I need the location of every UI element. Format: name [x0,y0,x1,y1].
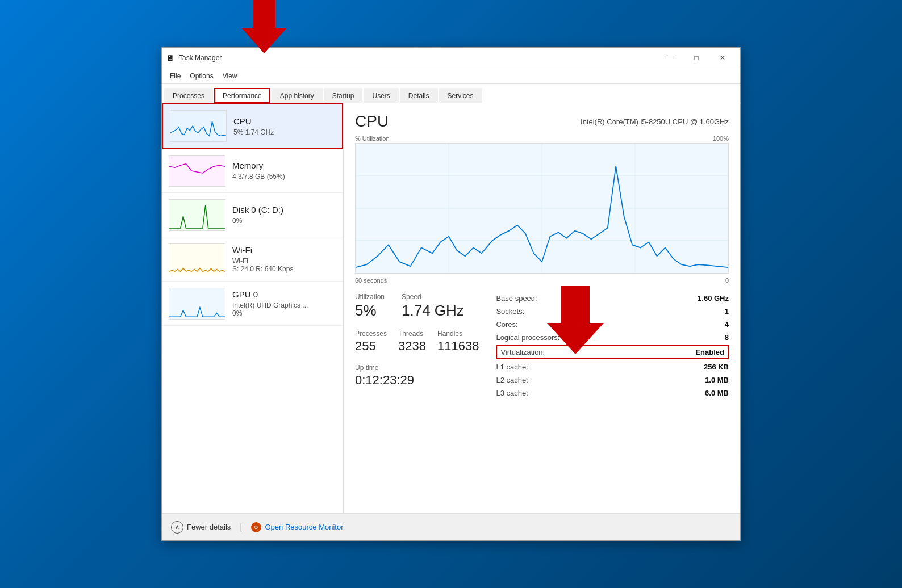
tab-details[interactable]: Details [400,88,438,103]
chevron-up-icon: ∧ [171,521,183,534]
memory-detail: 4.3/7.8 GB (55%) [232,173,336,180]
tabbar: Processes Performance App history Startu… [162,84,740,103]
disk-thumbnail [169,199,226,231]
logical-label: Logical processors: [496,333,559,342]
base-speed-value: 1.60 GHz [698,294,729,303]
gpu-thumbnail [169,288,226,320]
menu-view[interactable]: View [218,70,242,82]
maximize-button[interactable]: □ [683,48,709,68]
tab-services[interactable]: Services [439,88,482,103]
open-resource-monitor-link[interactable]: ⊘ Open Resource Monitor [251,522,343,532]
chart-top-labels: % Utilization 100% [355,135,729,142]
fewer-details-label: Fewer details [187,523,231,531]
wifi-info: Wi-Fi Wi-Fi S: 24.0 R: 640 Kbps [232,245,336,273]
l3-value: 6.0 MB [705,389,729,397]
l2-label: L2 cache: [496,376,528,384]
virtualization-row: Virtualization: Enabled [496,345,729,359]
gpu-detail1: Intel(R) UHD Graphics ... [232,301,336,309]
menu-file[interactable]: File [165,70,185,82]
gpu-detail2: 0% [232,309,336,317]
svg-rect-2 [169,156,225,186]
right-info: Base speed: 1.60 GHz Sockets: 1 Cores: 4… [496,293,729,398]
tab-app-history[interactable]: App history [272,88,323,103]
svg-rect-4 [169,244,225,275]
utilization-label: Utilization [355,293,385,301]
task-manager-window: 🖥 Task Manager — □ ✕ File Options View P… [161,47,741,541]
cores-label: Cores: [496,320,517,329]
minimize-button[interactable]: — [657,48,683,68]
speed-stat: Speed 1.74 GHz [402,293,464,320]
main-content: CPU 5% 1.74 GHz Memory 4.3/7.8 GB (55%) [162,103,740,513]
gpu-label: GPU 0 [232,289,336,299]
logical-row: Logical processors: 8 [496,332,729,343]
sockets-value: 1 [725,307,729,316]
sidebar-item-wifi[interactable]: Wi-Fi Wi-Fi S: 24.0 R: 640 Kbps [162,237,343,282]
tab-performance[interactable]: Performance [214,88,270,103]
speed-value: 1.74 GHz [402,302,464,320]
tab-startup[interactable]: Startup [324,88,363,103]
utilization-value: 5% [355,302,385,320]
cpu-chart [355,143,729,274]
virtualization-label: Virtualization: [500,348,545,356]
svg-rect-3 [169,200,225,230]
chart-x-start: 60 seconds [355,277,387,284]
l2-cache-row: L2 cache: 1.0 MB [496,375,729,385]
proc-threads-handles-row: Processes 255 Threads 3238 Handles 11163… [355,330,479,354]
left-stats: Utilization 5% Speed 1.74 GHz Processes … [355,293,479,398]
cpu-info: CPU 5% 1.74 GHz [233,116,335,136]
cpu-detail-panel: CPU Intel(R) Core(TM) i5-8250U CPU @ 1.6… [344,103,740,513]
wifi-detail1: Wi-Fi [232,257,336,265]
virtualization-value: Enabled [695,348,724,356]
chart-y-max: 100% [713,135,729,142]
util-speed-row: Utilization 5% Speed 1.74 GHz [355,293,479,320]
uptime-label: Up time [355,364,479,372]
sockets-label: Sockets: [496,307,524,316]
fewer-details-button[interactable]: ∧ Fewer details [171,521,231,534]
processes-value: 255 [355,339,387,354]
window-title: Task Manager [179,54,657,62]
stats-section: Utilization 5% Speed 1.74 GHz Processes … [355,293,729,398]
chart-y-label: % Utilization [355,135,390,142]
cpu-detail: 5% 1.74 GHz [233,128,335,136]
cpu-header: CPU Intel(R) Core(TM) i5-8250U CPU @ 1.6… [355,112,729,131]
app-icon: 🖥 [166,53,176,62]
open-resource-label: Open Resource Monitor [265,523,343,531]
wifi-label: Wi-Fi [232,245,336,255]
resource-monitor-icon: ⊘ [251,522,261,532]
l1-label: L1 cache: [496,363,528,371]
processes-label: Processes [355,330,387,338]
sidebar-item-cpu[interactable]: CPU 5% 1.74 GHz [162,103,343,149]
sidebar-item-gpu[interactable]: GPU 0 Intel(R) UHD Graphics ... 0% [162,282,343,326]
sidebar-item-disk[interactable]: Disk 0 (C: D:) 0% [162,193,343,237]
threads-value: 3238 [398,339,426,354]
disk-info: Disk 0 (C: D:) 0% [232,205,336,225]
base-speed-label: Base speed: [496,294,537,303]
menu-options[interactable]: Options [185,70,218,82]
tab-users[interactable]: Users [364,88,398,103]
window-controls: — □ ✕ [657,48,736,68]
svg-rect-5 [169,288,225,319]
threads-stat: Threads 3238 [398,330,426,354]
uptime-stat: Up time 0:12:23:29 [355,364,479,388]
tab-processes[interactable]: Processes [164,88,213,103]
separator: | [240,522,242,532]
wifi-detail2: S: 24.0 R: 640 Kbps [232,265,336,273]
uptime-value: 0:12:23:29 [355,373,479,388]
handles-stat: Handles 111638 [437,330,479,354]
memory-info: Memory 4.3/7.8 GB (55%) [232,161,336,180]
wifi-thumbnail [169,243,226,275]
close-button[interactable]: ✕ [709,48,736,68]
l1-value: 256 KB [704,363,729,371]
chart-x-end: 0 [725,277,729,284]
sockets-row: Sockets: 1 [496,306,729,317]
chart-bottom-labels: 60 seconds 0 [355,277,729,284]
sidebar-item-memory[interactable]: Memory 4.3/7.8 GB (55%) [162,149,343,193]
processes-stat: Processes 255 [355,330,387,354]
l2-value: 1.0 MB [705,376,729,384]
titlebar: 🖥 Task Manager — □ ✕ [162,48,740,68]
sidebar: CPU 5% 1.74 GHz Memory 4.3/7.8 GB (55%) [162,103,344,513]
logical-value: 8 [725,333,729,342]
l3-label: L3 cache: [496,389,528,397]
utilization-stat: Utilization 5% [355,293,385,320]
disk-detail: 0% [232,217,336,225]
